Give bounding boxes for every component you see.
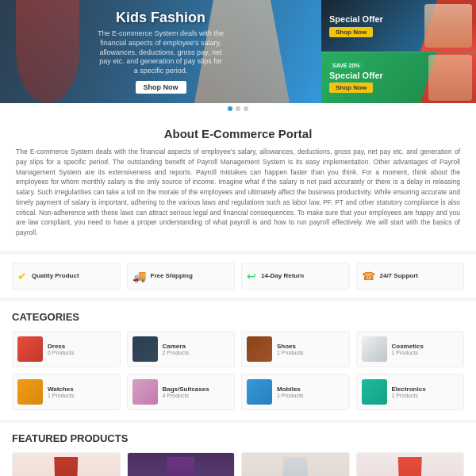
category-count-0: 6 Products xyxy=(48,350,74,355)
category-thumb-5 xyxy=(132,379,158,405)
category-name-2: Shoes xyxy=(277,343,303,350)
category-name-7: Electronics xyxy=(392,386,426,393)
about-text: The E-commerce System deals with the fin… xyxy=(16,147,460,238)
category-count-1: 2 Products xyxy=(163,350,189,355)
product-image-0 xyxy=(13,453,120,476)
category-count-7: 1 Products xyxy=(392,393,426,398)
category-item-mobiles[interactable]: Mobiles 1 Products xyxy=(241,374,350,410)
feature-title-0: Quality Product xyxy=(32,272,79,279)
category-count-6: 1 Products xyxy=(277,393,303,398)
product-figure-0 xyxy=(46,457,86,476)
hero-right-bottom-panel: SAVE 20% Special Offer Shop Now xyxy=(321,52,476,104)
category-thumb-1 xyxy=(132,336,158,362)
category-name-4: Watches xyxy=(48,386,74,393)
product-figure-2 xyxy=(275,457,315,476)
hero-description: The E-commerce System deals with the fin… xyxy=(98,29,225,75)
category-item-cosmetics[interactable]: Cosmetics 1 Products xyxy=(356,331,465,367)
feature-item-1: 🚚 Free Shipping xyxy=(127,263,236,290)
category-thumb-3 xyxy=(362,336,387,362)
dot-2[interactable] xyxy=(236,106,240,111)
product-card-1[interactable]: Purple Anarkali Suit $45.00 $60.00 xyxy=(127,452,236,476)
product-image-3 xyxy=(357,453,464,476)
category-count-4: 1 Products xyxy=(48,393,74,398)
category-item-electronics[interactable]: Electronics 1 Products xyxy=(356,374,465,410)
about-section: About E-Commerce Portal The E-commerce S… xyxy=(0,114,476,251)
category-thumb-0 xyxy=(17,336,43,362)
category-item-bags/suitcases[interactable]: Bags/Suitcases 4 Products xyxy=(127,374,236,410)
feature-item-0: ✔ Quality Product xyxy=(12,263,121,290)
category-name-6: Mobiles xyxy=(277,386,303,393)
feature-title-1: Free Shipping xyxy=(151,272,193,279)
featured-title: FEATURED PRODUCTS xyxy=(12,432,464,444)
category-name-0: Dress xyxy=(48,343,74,350)
special-offer-shop-button-bottom[interactable]: Shop Now xyxy=(329,83,373,93)
product-image-1 xyxy=(128,453,235,476)
category-name-3: Cosmetics xyxy=(392,343,424,350)
special-offer-label-bottom: Special Offer xyxy=(329,71,383,80)
feature-title-3: 24/7 Support xyxy=(380,272,418,279)
category-count-3: 1 Products xyxy=(392,350,424,355)
product-figure-1 xyxy=(161,457,201,476)
product-card-2[interactable]: White Salwar Kameez $30.00 $42.00 xyxy=(241,452,350,476)
product-card-0[interactable]: Red Embroidered Kurta $25.00 $35.00 xyxy=(12,452,121,476)
dot-3[interactable] xyxy=(244,106,248,111)
categories-title: CATEGORIES xyxy=(12,311,464,323)
featured-products-section: FEATURED PRODUCTS Red Embroidered Kurta … xyxy=(0,423,476,476)
category-thumb-2 xyxy=(247,336,272,362)
category-item-watches[interactable]: Watches 1 Products xyxy=(12,374,121,410)
hero-right-panels: Special Offer Shop Now SAVE 20% Special … xyxy=(321,0,476,103)
category-name-5: Bags/Suitcases xyxy=(163,386,209,393)
hero-section: Kids Fashion The E-commerce System deals… xyxy=(0,0,476,103)
category-thumb-7 xyxy=(362,379,387,405)
hero-title: Kids Fashion xyxy=(98,10,225,26)
categories-grid: Dress 6 Products Camera 2 Products Shoes… xyxy=(12,331,464,410)
product-figure-3 xyxy=(390,457,430,476)
categories-section: CATEGORIES Dress 6 Products Camera 2 Pro… xyxy=(0,301,476,420)
category-thumb-4 xyxy=(17,379,43,405)
category-item-camera[interactable]: Camera 2 Products xyxy=(127,331,236,367)
product-image-2 xyxy=(242,453,349,476)
dot-1[interactable] xyxy=(228,106,232,111)
feature-icon-3: ☎ xyxy=(362,270,375,282)
special-offer-shop-button-top[interactable]: Shop Now xyxy=(329,27,373,37)
category-thumb-6 xyxy=(247,379,272,405)
hero-main-panel: Kids Fashion The E-commerce System deals… xyxy=(0,0,321,103)
category-item-dress[interactable]: Dress 6 Products xyxy=(12,331,121,367)
products-grid: Red Embroidered Kurta $25.00 $35.00 Purp… xyxy=(12,452,464,476)
category-item-shoes[interactable]: Shoes 1 Products xyxy=(241,331,350,367)
about-title: About E-Commerce Portal xyxy=(16,127,460,140)
feature-icon-1: 🚚 xyxy=(132,270,146,282)
feature-icon-0: ✔ xyxy=(17,270,27,282)
category-count-2: 1 Products xyxy=(277,350,303,355)
feature-item-3: ☎ 24/7 Support xyxy=(356,263,465,290)
feature-title-2: 14-Day Return xyxy=(261,272,304,279)
features-section: ✔ Quality Product 🚚 Free Shipping ↩ 14-D… xyxy=(0,255,476,298)
category-count-5: 4 Products xyxy=(163,393,209,398)
hero-dots-indicator xyxy=(0,103,476,114)
save-badge: SAVE 20% xyxy=(329,62,363,69)
hero-right-top-panel: Special Offer Shop Now xyxy=(321,0,476,52)
product-card-3[interactable]: Red Printed Kurta $28.00 $38.00 xyxy=(356,452,465,476)
feature-item-2: ↩ 14-Day Return xyxy=(241,263,350,290)
feature-icon-2: ↩ xyxy=(247,270,256,282)
special-offer-label-top: Special Offer xyxy=(329,14,383,24)
category-name-1: Camera xyxy=(163,343,189,350)
hero-shop-now-button[interactable]: Shop Now xyxy=(136,81,186,94)
